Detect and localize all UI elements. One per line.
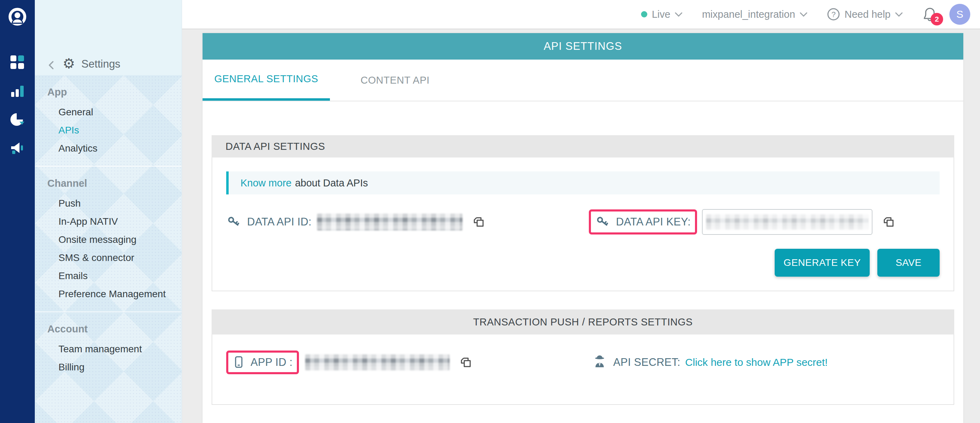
app-id-label: APP ID : xyxy=(251,356,293,369)
app-id-group: APP ID : xyxy=(226,351,592,374)
chevron-down-icon xyxy=(675,12,682,17)
data-api-key-value-redacted xyxy=(706,214,868,230)
data-api-settings-body: Know more about Data APIs xyxy=(212,158,954,291)
project-name: mixpanel_integration xyxy=(702,9,795,20)
app-rail xyxy=(0,0,35,423)
save-button[interactable]: SAVE xyxy=(877,249,940,277)
sidebar-item-sms-connector[interactable]: SMS & connector xyxy=(47,249,182,267)
environment-dropdown[interactable]: Live xyxy=(641,9,682,20)
generate-key-button[interactable]: GENERATE KEY xyxy=(775,249,870,277)
brand-logo-icon[interactable] xyxy=(8,7,27,27)
sidebar-item-preference-management[interactable]: Preference Management xyxy=(47,285,182,303)
data-api-id-value-redacted xyxy=(317,214,463,230)
page-title: API SETTINGS xyxy=(202,33,963,59)
gear-icon: ⚙ xyxy=(63,56,75,70)
sidebar-section-account: Account Team management Billing xyxy=(35,311,182,385)
key-icon xyxy=(226,214,242,230)
svg-text:?: ? xyxy=(831,10,835,19)
data-api-key-input[interactable] xyxy=(702,209,872,235)
phone-icon xyxy=(232,355,245,369)
pie-chart-icon[interactable] xyxy=(9,111,26,128)
copy-icon[interactable] xyxy=(459,355,473,370)
sidebar-item-push[interactable]: Push xyxy=(47,195,182,212)
app-id-highlight: APP ID : xyxy=(226,351,299,374)
copy-icon[interactable] xyxy=(472,215,486,229)
data-api-settings-panel: DATA API SETTINGS Know more about Data A… xyxy=(212,135,954,291)
project-dropdown[interactable]: mixpanel_integration xyxy=(702,9,807,20)
tab-bar: GENERAL SETTINGS CONTENT API xyxy=(202,59,963,101)
notifications-bell[interactable]: 2 xyxy=(922,6,937,22)
back-chevron-icon[interactable] xyxy=(47,60,56,70)
tab-content-api[interactable]: CONTENT API xyxy=(361,59,430,101)
data-api-id-group: DATA API ID: xyxy=(226,214,589,230)
help-circle-icon: ? xyxy=(827,8,840,21)
key-icon xyxy=(595,214,611,230)
api-secret-label: API SECRET: xyxy=(613,356,680,369)
data-api-id-label: DATA API ID: xyxy=(247,215,312,228)
megaphone-icon[interactable] xyxy=(9,140,26,156)
show-app-secret-link[interactable]: Click here to show APP secret! xyxy=(685,356,828,368)
user-avatar[interactable]: S xyxy=(950,4,970,25)
tab-general-settings[interactable]: GENERAL SETTINGS xyxy=(202,59,330,101)
transaction-settings-panel: TRANSACTION PUSH / REPORTS SETTINGS APP … xyxy=(212,310,954,405)
data-api-settings-header: DATA API SETTINGS xyxy=(212,135,954,158)
page-background: API SETTINGS GENERAL SETTINGS CONTENT AP… xyxy=(182,29,980,423)
spacer xyxy=(202,291,963,310)
transaction-settings-body: APP ID : xyxy=(212,335,954,405)
section-title: Account xyxy=(47,323,182,335)
know-more-link[interactable]: Know more xyxy=(240,177,292,189)
section-title: App xyxy=(47,86,182,97)
sidebar-item-general[interactable]: General xyxy=(47,103,182,121)
sidebar-title: Settings xyxy=(81,58,121,70)
copy-icon[interactable] xyxy=(881,215,896,229)
settings-sidebar: ⚙ Settings App General APIs Analytics Ch… xyxy=(35,0,182,423)
sidebar-section-channel: Channel Push In-App NATIV Onsite messagi… xyxy=(35,166,182,311)
sidebar-item-apis[interactable]: APIs xyxy=(47,121,182,139)
data-api-key-highlight: DATA API KEY: xyxy=(589,209,697,235)
section-title: Channel xyxy=(47,178,182,189)
sidebar-body: App General APIs Analytics Channel Push … xyxy=(35,75,182,423)
spacer xyxy=(202,101,963,135)
api-fields-row: DATA API ID: xyxy=(226,209,940,235)
chevron-down-icon xyxy=(800,12,807,17)
sidebar-item-analytics[interactable]: Analytics xyxy=(47,139,182,158)
info-strip: Know more about Data APIs xyxy=(226,171,940,195)
live-status-dot xyxy=(641,11,647,18)
spy-icon xyxy=(592,354,607,371)
environment-label: Live xyxy=(652,9,670,20)
topbar: Live mixpanel_integration ? Need help xyxy=(182,0,980,29)
analytics-bars-icon[interactable] xyxy=(9,83,26,99)
app-id-value-redacted xyxy=(305,354,450,370)
info-strip-text: about Data APIs xyxy=(295,177,368,189)
chevron-down-icon xyxy=(895,12,903,17)
screen: ⚙ Settings App General APIs Analytics Ch… xyxy=(0,0,980,423)
button-row: GENERATE KEY SAVE xyxy=(226,249,940,277)
need-help-dropdown[interactable]: ? Need help xyxy=(827,8,903,21)
api-secret-group: API SECRET: Click here to show APP secre… xyxy=(592,354,827,371)
sidebar-section-app: App General APIs Analytics xyxy=(35,75,182,166)
data-api-key-group: DATA API KEY: xyxy=(589,209,896,235)
sidebar-item-onsite-messaging[interactable]: Onsite messaging xyxy=(47,231,182,249)
transaction-settings-header: TRANSACTION PUSH / REPORTS SETTINGS xyxy=(212,310,954,335)
sidebar-header: ⚙ Settings xyxy=(35,0,182,75)
data-api-key-label: DATA API KEY: xyxy=(616,215,691,228)
sidebar-item-emails[interactable]: Emails xyxy=(47,267,182,285)
notification-count-badge: 2 xyxy=(931,13,943,26)
dashboard-icon[interactable] xyxy=(9,54,26,71)
sidebar-item-team-management[interactable]: Team management xyxy=(47,340,182,358)
sidebar-item-inapp-nativ[interactable]: In-App NATIV xyxy=(47,212,182,231)
need-help-label: Need help xyxy=(845,9,891,20)
sidebar-item-billing[interactable]: Billing xyxy=(47,358,182,376)
api-settings-card: API SETTINGS GENERAL SETTINGS CONTENT AP… xyxy=(202,33,963,423)
